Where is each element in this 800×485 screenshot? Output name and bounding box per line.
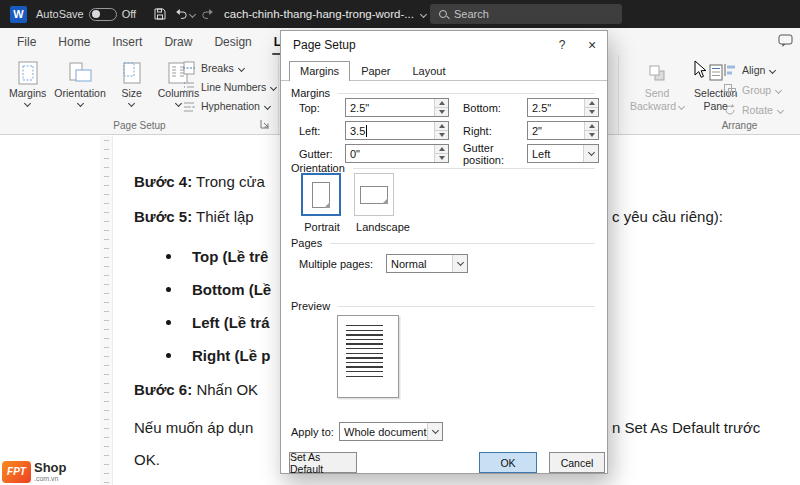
hyphenation-button[interactable]: Hyphenation	[182, 99, 276, 113]
margins-icon	[15, 60, 41, 86]
arrow-down-icon	[439, 110, 445, 114]
spin-up-button[interactable]	[585, 99, 598, 107]
chevron-down-icon	[431, 427, 438, 434]
spin-up-button[interactable]	[435, 122, 448, 130]
line-numbers-button[interactable]: Line Numbers	[182, 80, 276, 94]
dialog-tab-strip: Margins Paper Layout	[281, 59, 607, 81]
arrow-up-icon	[439, 101, 445, 105]
chevron-down-icon	[238, 64, 245, 71]
apply-to-dropdown[interactable]: Whole document	[339, 422, 443, 441]
arrow-up-icon	[589, 101, 595, 105]
spin-down-button[interactable]	[585, 107, 598, 116]
dropdown-button[interactable]	[583, 145, 598, 162]
undo-button[interactable]	[172, 2, 196, 26]
align-button[interactable]: Align	[723, 63, 783, 77]
orientation-button[interactable]: Orientation	[51, 57, 108, 106]
chevron-down-icon	[270, 83, 277, 90]
dropdown-button[interactable]	[427, 423, 442, 440]
dialog-help-button[interactable]: ?	[547, 31, 577, 59]
spin-up-button[interactable]	[585, 122, 598, 130]
autosave-state: Off	[122, 8, 136, 20]
send-backward-button[interactable]: Send Backward	[627, 57, 687, 112]
arrow-up-icon	[589, 124, 595, 128]
bullet-icon	[166, 287, 171, 292]
chevron-down-icon	[678, 103, 685, 110]
multiple-pages-row: Multiple pages: Normal	[299, 254, 468, 273]
page-setup-dialog-launcher[interactable]	[260, 119, 270, 129]
redo-button[interactable]	[196, 2, 220, 26]
cancel-button[interactable]: Cancel	[549, 452, 605, 473]
autosave-toggle[interactable]	[89, 8, 117, 21]
spin-down-button[interactable]	[435, 153, 448, 162]
fpt-domain-label: .com.vn	[34, 474, 67, 483]
pages-section-header: Pages	[291, 237, 595, 249]
section-divider	[330, 243, 595, 244]
autosave-label: AutoSave	[36, 8, 84, 20]
right-margin-input[interactable]: 2"	[527, 121, 599, 140]
save-button[interactable]	[148, 2, 172, 26]
landscape-label: Landscape	[352, 221, 414, 233]
dialog-tab-margins[interactable]: Margins	[289, 61, 350, 81]
breaks-button[interactable]: Breaks	[182, 61, 276, 75]
left-margin-input[interactable]: 3.5	[345, 121, 449, 140]
document-title[interactable]: cach-chinh-thang-hang-trong-word-...	[224, 0, 426, 28]
spin-down-button[interactable]	[585, 130, 598, 139]
rotate-button[interactable]: Rotate	[723, 103, 783, 117]
tab-design[interactable]: Design	[203, 28, 262, 55]
gutter-position-dropdown[interactable]: Left	[527, 144, 599, 163]
section-divider	[338, 306, 595, 307]
dialog-titlebar[interactable]: Page Setup ? ×	[281, 31, 607, 59]
preview-page	[337, 315, 399, 398]
arrow-down-icon	[439, 156, 445, 160]
landscape-page-icon	[360, 186, 388, 204]
tab-home[interactable]: Home	[47, 28, 101, 55]
vertical-ruler[interactable]	[100, 136, 113, 485]
tab-insert[interactable]: Insert	[101, 28, 153, 55]
portrait-label: Portrait	[293, 221, 351, 233]
tab-file[interactable]: File	[6, 28, 47, 55]
margins-button[interactable]: Margins	[6, 57, 49, 106]
hyphenation-icon	[182, 99, 196, 113]
word-app-icon[interactable]: W	[10, 6, 27, 23]
tab-draw[interactable]: Draw	[153, 28, 203, 55]
top-margin-input[interactable]: 2.5"	[345, 98, 449, 117]
portrait-option[interactable]	[301, 173, 341, 216]
bottom-margin-input[interactable]: 2.5"	[527, 98, 599, 117]
dialog-close-button[interactable]: ×	[577, 31, 607, 59]
fptshop-watermark: FPT Shop .com.vn	[2, 461, 67, 483]
spin-up-button[interactable]	[435, 145, 448, 153]
size-button[interactable]: Size	[111, 57, 153, 106]
comments-button[interactable]	[778, 34, 793, 48]
apply-to-label: Apply to:	[291, 426, 339, 438]
section-divider	[353, 168, 595, 169]
text-caret	[366, 125, 367, 137]
arrow-up-icon	[439, 147, 445, 151]
landscape-option[interactable]	[354, 173, 394, 216]
dropdown-button[interactable]	[452, 255, 467, 272]
chevron-down-icon	[189, 10, 196, 17]
ok-button[interactable]: OK	[479, 452, 537, 473]
fpt-logo: FPT	[2, 461, 31, 483]
comment-icon	[778, 34, 793, 48]
chevron-down-icon	[769, 66, 776, 73]
toggle-knob-icon	[92, 10, 100, 18]
chevron-down-icon	[456, 259, 463, 266]
spin-down-button[interactable]	[435, 130, 448, 139]
dialog-tab-layout[interactable]: Layout	[401, 61, 456, 80]
spin-up-button[interactable]	[435, 99, 448, 107]
align-icon	[723, 63, 737, 77]
spin-down-button[interactable]	[435, 107, 448, 116]
margin-fields: Top: 2.5" Bottom: 2.5" Left: 3.5 Right:	[299, 98, 599, 167]
gutter-input[interactable]: 0"	[345, 144, 449, 163]
chevron-down-icon	[264, 102, 271, 109]
preview-section-header: Preview	[291, 300, 595, 312]
dialog-tab-paper[interactable]: Paper	[350, 61, 401, 80]
set-as-default-button[interactable]: Set As Default	[289, 452, 357, 473]
multiple-pages-dropdown[interactable]: Normal	[386, 254, 468, 273]
group-button[interactable]: Group	[723, 83, 783, 97]
paragraph-note-continued: n Set As Default trước	[612, 418, 760, 438]
mouse-cursor-icon	[694, 60, 708, 80]
line-numbers-icon	[182, 80, 196, 94]
search-input[interactable]: Search	[430, 4, 622, 24]
chevron-down-icon	[128, 100, 135, 107]
